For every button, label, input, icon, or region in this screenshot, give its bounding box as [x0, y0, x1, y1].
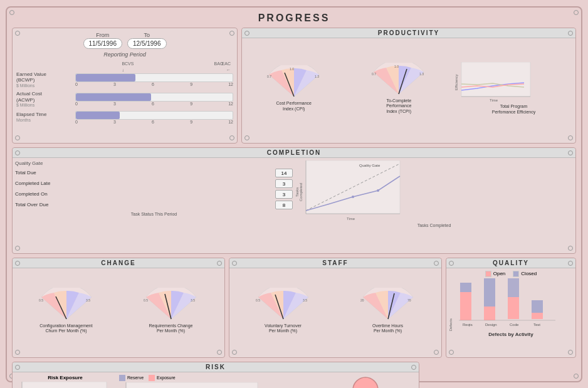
lp-screw-bl	[15, 135, 20, 140]
completion-section: COMPLETION Quality Gate Total Due 14 Com…	[12, 147, 576, 254]
chg-g2-label: Requirements ChangePer Month (%)	[149, 323, 192, 334]
task-status-table: Quality Gate Total Due 14 Completed Late…	[15, 160, 293, 247]
et-bar-fill	[76, 112, 120, 119]
efficiency-chart: Efficiency Time Total ProgramPerfo	[452, 38, 575, 139]
open-legend-label: Open	[493, 271, 506, 276]
closed-legend-dot	[513, 271, 519, 277]
completion-title: COMPLETION	[13, 148, 575, 158]
staff-gauge1: 0.5 3.5 Voluntary TurnoverPer Month (%)	[232, 271, 334, 351]
to-label: To	[144, 32, 150, 38]
svg-point-62	[353, 377, 378, 388]
from-date[interactable]: 11/5/1996	[83, 38, 123, 49]
eff-chart-label: Total ProgramPerfomance Efficiency	[492, 104, 536, 115]
comp-screw-bl	[15, 246, 20, 251]
svg-text:0.7: 0.7	[267, 75, 271, 78]
comp-screw-tl	[15, 150, 20, 155]
qly-screw-bl	[449, 350, 454, 355]
exposure-label: Exposure	[157, 375, 176, 380]
stf-screw-tl	[232, 261, 237, 266]
productivity-section: PRODUCTIVITY 0.7	[241, 28, 576, 144]
ac-bar-area: 036912	[75, 93, 233, 106]
svg-rect-53	[126, 382, 258, 389]
quality-content: Open Closed Defects	[446, 268, 575, 340]
tcpi-gauge: 0.7 1.3 1.0 To-CompletePerformanceIndex …	[347, 38, 451, 139]
chg-screw-br	[217, 350, 222, 355]
chg-screw-bl	[15, 350, 20, 355]
cpi-label: Cost PerformanceIndex (CPI)	[276, 101, 312, 112]
et-bar-track	[75, 111, 233, 120]
actual-cost-row: Actual Cost (ACWP) $ Millions 036912	[16, 91, 233, 108]
svg-point-14	[352, 196, 354, 198]
reporting-period-label: Reporting Period	[16, 51, 233, 58]
arrow-left: ←	[226, 68, 231, 72]
task-row-3: Total Over Due 8	[15, 201, 293, 209]
task-row-2: Completed On 3	[15, 190, 293, 199]
risk-bar-section: Reserve Exposure Time Dollars	[119, 375, 312, 389]
risk-scatter-svg: Probability	[19, 382, 110, 389]
ev-label: Earned Value (BCWP) $ Millions	[16, 71, 73, 89]
svg-text:3.5: 3.5	[303, 298, 307, 302]
change-gauge1: 0.5 3.5 Configuration ManagementChurn Pe…	[15, 271, 117, 351]
ac-bar-track	[75, 93, 233, 102]
svg-text:Code: Code	[510, 323, 519, 327]
top-row: From 11/5/1996 To 12/5/1996 Reporting Pe…	[12, 28, 576, 144]
screw-tr	[574, 10, 579, 15]
cpi-svg: 0.7 1.3 1.0	[266, 65, 322, 100]
open-legend-dot	[485, 271, 491, 277]
ac-axis: 036912	[75, 102, 233, 106]
lp-screw-br	[229, 135, 234, 140]
qly-screw-tr	[568, 261, 573, 266]
stf-screw-bl	[232, 350, 237, 355]
reserve-label: Reserve	[127, 375, 144, 380]
prod-screw-tl	[244, 31, 249, 36]
qly-screw-tl	[449, 261, 454, 266]
risk-screw-tl	[15, 365, 20, 370]
risk-y-label: Consequence	[15, 382, 19, 389]
svg-text:Design: Design	[485, 323, 497, 327]
elapsed-time-row: Elapsed Time Months 036912	[16, 111, 233, 124]
stf-g1-svg: 0.5 3.5	[255, 288, 312, 322]
et-axis: 036912	[75, 120, 233, 124]
eff-y-label: Efficiency	[454, 62, 458, 103]
task-row-1: Completed Late 3	[15, 179, 293, 188]
change-title: CHANGE	[13, 258, 224, 268]
svg-rect-32	[460, 283, 471, 292]
chg-screw-tr	[217, 261, 222, 266]
svg-rect-44	[22, 382, 107, 389]
screw-br	[574, 374, 579, 379]
risk-title: RISK	[13, 362, 419, 372]
comp-screw-br	[568, 246, 573, 251]
svg-text:Reqts: Reqts	[463, 323, 473, 327]
tcpi-label: To-CompletePerformanceIndex (TCPI)	[386, 98, 411, 114]
et-bar-area: 036912	[75, 111, 233, 124]
change-gauge2: 0.5 3.5 Requirements ChangePer Month (%)	[120, 271, 222, 351]
svg-text:Quality Gate: Quality Gate	[359, 164, 381, 167]
svg-rect-33	[484, 307, 495, 320]
chg-g2-svg: 0.5 3.5	[143, 288, 199, 322]
screw-tl	[9, 10, 14, 15]
prod-screw-br	[568, 135, 573, 140]
qg-left: Quality Gate	[15, 160, 43, 166]
et-label: Elapsed Time Months	[16, 112, 73, 123]
svg-text:70: 70	[407, 298, 411, 302]
ac-label: Actual Cost (ACWP) $ Millions	[16, 91, 73, 108]
lowest-row: RISK Risk Exposure Consequence	[12, 362, 576, 389]
staff-content: 0.5 3.5 Voluntary TurnoverPer Month (%)	[229, 268, 441, 354]
tc-y-label: TasksCompleted	[295, 160, 303, 223]
stf-screw-br	[434, 350, 439, 355]
stf-screw-tr	[434, 261, 439, 266]
svg-rect-34	[484, 278, 495, 307]
cpi-gauge: 0.7 1.3 1.0 Cost PerformanceIndex (CPI)	[242, 38, 346, 139]
risk-scatter: Risk Exposure Consequence	[15, 375, 115, 389]
risk-screw-tr	[411, 365, 416, 370]
risk-section: RISK Risk Exposure Consequence	[12, 362, 419, 389]
svg-text:1.3: 1.3	[315, 75, 319, 78]
to-date[interactable]: 12/5/1996	[127, 38, 167, 49]
tc-svg: Quality Gate Time	[303, 160, 403, 223]
task-row-0: Total Due 14	[15, 169, 293, 177]
svg-rect-37	[532, 313, 543, 319]
page-title: PROGRESS	[12, 13, 576, 24]
ev-axis: 036912	[75, 82, 233, 87]
tc-chart-title: Tasks Completed	[417, 223, 451, 228]
completion-content: Quality Gate Total Due 14 Completed Late…	[13, 158, 575, 249]
